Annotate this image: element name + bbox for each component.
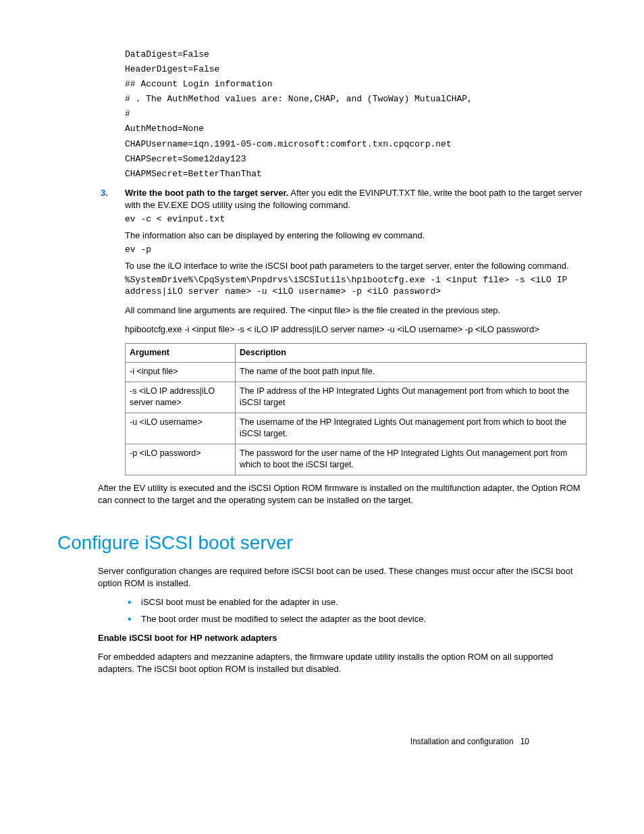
table-header-argument: Argument (126, 343, 236, 363)
step-number: 3. (101, 187, 125, 211)
table-cell-desc: The password for the user name of the HP… (236, 444, 587, 475)
step-3: 3. Write the boot path to the target ser… (101, 187, 587, 211)
list-item: iSCSI boot must be enabled for the adapt… (125, 596, 587, 608)
body-paragraph: To use the iLO interface to write the iS… (125, 260, 587, 272)
table-cell-desc: The IP address of the HP Integrated Ligh… (236, 382, 587, 413)
table-cell-arg: -p <iLO password> (126, 444, 236, 475)
table-row: -u <iLO username> The username of the HP… (126, 413, 587, 444)
table-cell-arg: -s <iLO IP address|iLO server name> (126, 382, 236, 413)
section-heading: Configure iSCSI boot server (57, 529, 587, 556)
command-hpibootcfg: %SystemDrive%\CpqSystem\Pnpdrvs\iSCSIuti… (125, 275, 587, 298)
table-row: -s <iLO IP address|iLO server name> The … (126, 382, 587, 413)
body-paragraph: After the EV utility is executed and the… (98, 482, 587, 506)
table-cell-desc: The name of the boot path input file. (236, 363, 587, 382)
step-bold-text: Write the boot path to the target server… (125, 188, 288, 198)
body-paragraph: All command line arguments are required.… (125, 305, 587, 317)
command-ev-c: ev -c < evinput.txt (125, 214, 587, 226)
table-row: -i <input file> The name of the boot pat… (126, 363, 587, 382)
table-cell-arg: -u <iLO username> (126, 413, 236, 444)
table-header-row: Argument Description (126, 343, 587, 363)
body-paragraph: For embedded adapters and mezzanine adap… (98, 651, 587, 675)
command-syntax-line: hpibootcfg.exe -i <input file> -s < iLO … (125, 323, 587, 336)
body-paragraph: Server configuration changes are require… (98, 565, 587, 590)
page-footer: Installation and configuration 10 (410, 736, 529, 748)
table-row: -p <iLO password> The password for the u… (126, 444, 587, 475)
table-cell-arg: -i <input file> (126, 363, 236, 382)
config-code-block: DataDigest=False HeaderDigest=False ## A… (125, 47, 587, 182)
bullet-list: iSCSI boot must be enabled for the adapt… (125, 596, 587, 625)
command-ev-p: ev -p (125, 244, 587, 256)
step-body: Write the boot path to the target server… (125, 187, 587, 211)
table-header-description: Description (236, 343, 587, 363)
subsection-heading: Enable iSCSI boot for HP network adapter… (98, 632, 587, 644)
list-item: The boot order must be modified to selec… (125, 613, 587, 625)
arguments-table: Argument Description -i <input file> The… (125, 343, 587, 475)
footer-section: Installation and configuration (410, 737, 514, 746)
body-paragraph: The information also can be displayed by… (125, 230, 587, 242)
table-cell-desc: The username of the HP Integrated Lights… (236, 413, 587, 444)
footer-page-number: 10 (520, 737, 529, 746)
